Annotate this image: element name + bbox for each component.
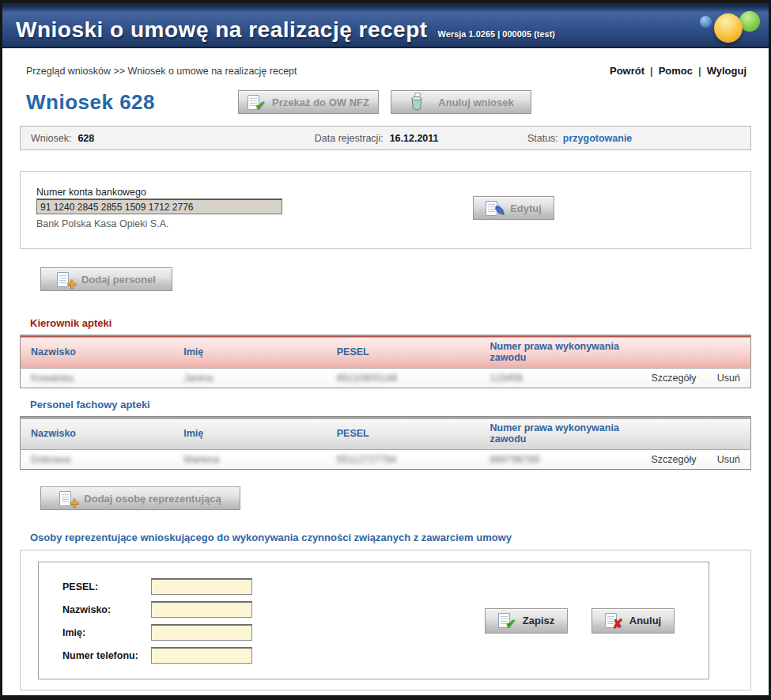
edit-bank-button[interactable]: ✎ Edytuj bbox=[473, 196, 554, 220]
col-actions bbox=[641, 417, 706, 450]
table-row: Dobrawa Marlena 55112727784 889798789 Sz… bbox=[21, 450, 751, 470]
add-personnel-button[interactable]: + Dodaj personel bbox=[40, 267, 172, 291]
manager-heading: Kierownik apteki bbox=[30, 317, 751, 329]
app-title: Wnioski o umowę na realizację recept bbox=[16, 19, 428, 41]
page-title: Wniosek 628 bbox=[26, 90, 155, 115]
pesel-field[interactable] bbox=[151, 578, 252, 595]
cell-imie: Marlena bbox=[183, 454, 219, 465]
form-row-pesel: PESEL: bbox=[62, 577, 709, 596]
document-check-icon: ✔ bbox=[248, 95, 259, 110]
request-number: Wniosek:628 bbox=[31, 133, 315, 144]
imie-field[interactable] bbox=[151, 624, 252, 641]
transfer-to-nfz-button[interactable]: ✔ Przekaż do OW NFZ bbox=[238, 90, 379, 114]
status-badge: Status:przygotowanie bbox=[527, 133, 740, 144]
staff-table-header: Nazwisko Imię PESEL Numer prawa wykonywa… bbox=[21, 417, 751, 450]
col-actions bbox=[641, 335, 706, 369]
help-link[interactable]: Pomoc bbox=[659, 65, 693, 77]
logout-link[interactable]: Wyloguj bbox=[707, 65, 746, 77]
form-row-telefon: Numer telefonu: bbox=[62, 646, 709, 664]
app-header: Wnioski o umowę na realizację recept Wer… bbox=[2, 3, 769, 48]
nav-row: Przegląd wniosków >> Wniosek o umowe na … bbox=[2, 48, 769, 77]
telefon-label: Numer telefonu: bbox=[62, 650, 151, 661]
col-imie: Imię bbox=[173, 417, 327, 450]
details-link[interactable]: Szczegóły bbox=[651, 454, 696, 465]
document-plus-icon: + bbox=[59, 491, 71, 506]
cell-nazwisko: Kowalska bbox=[31, 373, 74, 384]
add-representative-button[interactable]: + Dodaj osobę reprezentującą bbox=[40, 486, 240, 510]
col-npwz: Numer prawa wykonywania zawodu bbox=[480, 417, 641, 450]
staff-heading: Personel fachowy apteki bbox=[30, 399, 751, 411]
representatives-heading: Osoby reprezentujące wnioskującego do wy… bbox=[30, 532, 751, 543]
form-buttons: ✔ Zapisz ✘ Anuluj bbox=[485, 608, 675, 634]
main-content: Wniosek 628 ✔ Przekaż do OW NFZ Anuluj w… bbox=[2, 89, 769, 700]
col-nazwisko: Nazwisko bbox=[21, 417, 174, 450]
imie-label: Imię: bbox=[62, 627, 151, 638]
bank-account-input[interactable] bbox=[36, 199, 282, 214]
col-nazwisko: Nazwisko bbox=[21, 335, 174, 369]
bank-name: Bank Polska Kasa Opieki S.A. bbox=[36, 218, 735, 229]
app-version: Wersja 1.0265 | 000005 (test) bbox=[438, 29, 555, 39]
col-pesel: PESEL bbox=[327, 417, 480, 450]
col-imie: Imię bbox=[173, 335, 326, 369]
col-actions bbox=[706, 417, 750, 450]
document-pencil-icon: ✎ bbox=[486, 201, 497, 216]
representative-form: PESEL: Nazwisko: Imię: Numer telefonu: bbox=[38, 562, 709, 679]
back-link[interactable]: Powrót bbox=[610, 65, 644, 77]
cell-pesel: 55112727784 bbox=[337, 454, 397, 465]
manager-table-header: Nazwisko Imię PESEL Numer prawa wykonywa… bbox=[21, 335, 751, 369]
col-npwz: Numer prawa wykonywania zawodu bbox=[480, 335, 641, 369]
col-pesel: PESEL bbox=[327, 335, 480, 369]
bank-account-label: Numer konta bankowego bbox=[36, 187, 735, 198]
manager-table: Nazwisko Imię PESEL Numer prawa wykonywa… bbox=[20, 335, 751, 388]
remove-link[interactable]: Usuń bbox=[717, 454, 740, 465]
cell-nazwisko: Dobrawa bbox=[31, 454, 70, 465]
cancel-button[interactable]: ✘ Anuluj bbox=[591, 608, 675, 634]
staff-table: Nazwisko Imię PESEL Numer prawa wykonywa… bbox=[20, 416, 751, 470]
nazwisko-field[interactable] bbox=[151, 601, 252, 618]
pesel-label: PESEL: bbox=[62, 581, 151, 592]
balloon-blue-icon bbox=[700, 16, 712, 28]
document-check-icon: ✔ bbox=[498, 613, 510, 628]
cancel-request-button[interactable]: Anuluj wniosek bbox=[391, 90, 531, 114]
save-button[interactable]: ✔ Zapisz bbox=[485, 608, 568, 634]
nfz-balloons-logo-icon bbox=[697, 6, 762, 47]
cell-imie: Janina bbox=[183, 373, 213, 384]
app-window: Wnioski o umowę na realizację recept Wer… bbox=[0, 0, 771, 700]
registration-date: Data rejestracji:16.12.2011 bbox=[315, 133, 527, 144]
details-link[interactable]: Szczegóły bbox=[651, 373, 696, 384]
col-actions bbox=[706, 335, 750, 369]
bank-account-box: Numer konta bankowego Bank Polska Kasa O… bbox=[20, 171, 751, 249]
document-plus-icon: + bbox=[57, 272, 69, 287]
cell-npwz: 889798789 bbox=[490, 454, 540, 465]
balloon-orange-icon bbox=[714, 13, 743, 43]
cell-pesel: 85210800148 bbox=[337, 373, 397, 384]
cell-npwz: 123456 bbox=[490, 373, 523, 384]
table-row: Kowalska Janina 85210800148 123456 Szcze… bbox=[21, 369, 751, 388]
title-row: Wniosek 628 ✔ Przekaż do OW NFZ Anuluj w… bbox=[20, 89, 751, 115]
breadcrumb[interactable]: Przegląd wniosków >> Wniosek o umowe na … bbox=[26, 66, 297, 77]
trash-bin-icon bbox=[408, 93, 425, 112]
representatives-box: PESEL: Nazwisko: Imię: Numer telefonu: bbox=[20, 550, 751, 691]
nav-separator: | bbox=[698, 65, 701, 77]
request-summary-bar: Wniosek:628 Data rejestracji:16.12.2011 … bbox=[20, 126, 751, 150]
nazwisko-label: Nazwisko: bbox=[62, 604, 151, 615]
nav-links: Powrót|Pomoc|Wyloguj bbox=[610, 65, 746, 77]
nav-separator: | bbox=[650, 65, 653, 77]
document-cross-icon: ✘ bbox=[605, 613, 617, 628]
telefon-field[interactable] bbox=[151, 647, 252, 664]
remove-link[interactable]: Usuń bbox=[717, 373, 740, 384]
